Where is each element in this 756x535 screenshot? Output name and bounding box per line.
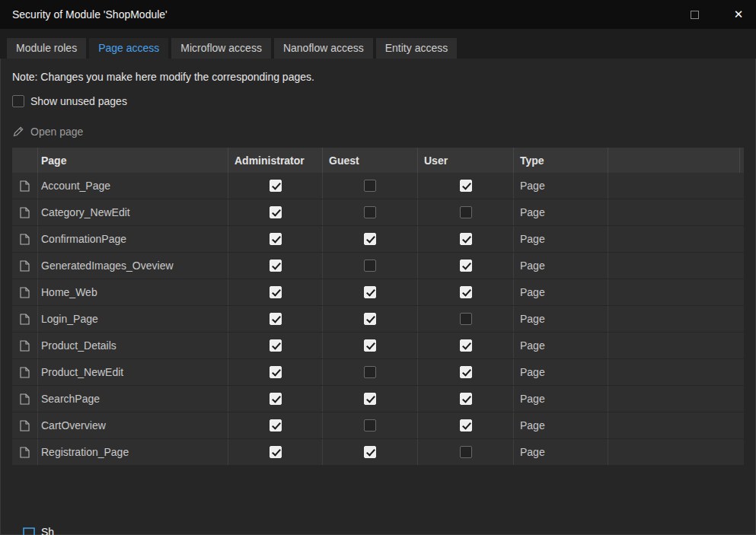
checkbox-icon [460, 233, 472, 245]
column-header-spacer [608, 148, 740, 173]
checkbox-icon [460, 180, 472, 192]
maximize-button[interactable] [677, 0, 712, 29]
table-row[interactable]: Category_NewEditPage [12, 199, 744, 226]
user-checkbox[interactable] [418, 226, 514, 252]
guest-checkbox[interactable] [323, 439, 418, 465]
column-header-type[interactable]: Type [514, 148, 608, 173]
page-type: Page [514, 199, 608, 225]
guest-checkbox[interactable] [323, 386, 418, 412]
guest-checkbox[interactable] [323, 333, 418, 358]
administrator-checkbox[interactable] [228, 333, 323, 358]
checkbox-icon [364, 233, 376, 245]
table-row[interactable]: Product_NewEditPage [12, 359, 744, 386]
checkbox-icon [364, 286, 376, 298]
close-button[interactable]: ✕ [721, 0, 756, 29]
column-header-guest[interactable]: Guest [323, 148, 418, 173]
table-row[interactable]: ConfirmationPagePage [12, 226, 744, 253]
checkbox-icon [364, 419, 376, 432]
page-name: SearchPage [38, 386, 228, 412]
administrator-checkbox[interactable] [228, 199, 323, 225]
administrator-checkbox[interactable] [228, 306, 323, 332]
user-checkbox[interactable] [418, 173, 514, 199]
page-icon [12, 386, 38, 412]
user-checkbox[interactable] [418, 439, 514, 465]
administrator-checkbox[interactable] [228, 226, 323, 252]
user-checkbox[interactable] [418, 386, 514, 412]
table-row[interactable]: Account_PagePage [12, 173, 744, 199]
checkbox-icon [12, 95, 24, 107]
checkbox-icon [460, 419, 472, 432]
user-checkbox[interactable] [418, 359, 514, 385]
guest-checkbox[interactable] [323, 279, 418, 305]
table-toolbar: Open page [12, 126, 744, 140]
guest-checkbox[interactable] [323, 412, 418, 438]
page-icon [12, 279, 38, 305]
guest-checkbox[interactable] [323, 253, 418, 279]
page-icon [12, 333, 38, 358]
checkbox-icon [460, 206, 472, 218]
show-unused-pages-label: Show unused pages [30, 95, 127, 107]
page-name: Category_NewEdit [38, 199, 228, 225]
checkbox-icon [364, 206, 376, 218]
maximize-icon [691, 11, 699, 19]
administrator-checkbox[interactable] [228, 279, 323, 305]
checkbox-icon [364, 313, 376, 325]
user-checkbox[interactable] [418, 199, 514, 225]
guest-checkbox[interactable] [323, 306, 418, 332]
tab-microflow-access[interactable]: Microflow access [171, 37, 272, 59]
table-row[interactable]: SearchPagePage [12, 386, 744, 412]
column-header-page[interactable]: Page [38, 148, 228, 173]
footer-partial: Sh [23, 526, 54, 535]
checkbox-icon [270, 339, 282, 352]
page-type: Page [514, 386, 608, 412]
guest-checkbox[interactable] [323, 199, 418, 225]
page-name: GeneratedImages_Oveview [38, 253, 228, 279]
administrator-checkbox[interactable] [228, 253, 323, 279]
checkbox-icon [270, 366, 282, 378]
guest-checkbox[interactable] [323, 226, 418, 252]
page-icon [12, 306, 38, 332]
open-page-button[interactable]: Open page [12, 126, 83, 138]
pencil-icon [12, 126, 24, 138]
page-type: Page [514, 253, 608, 279]
column-header-user[interactable]: User [418, 148, 514, 173]
tab-page-access[interactable]: Page access [88, 37, 169, 59]
page-name: ConfirmationPage [38, 226, 228, 252]
table-row[interactable]: Login_PagePage [12, 306, 744, 333]
page-blue-icon [23, 526, 35, 535]
checkbox-icon [460, 286, 472, 298]
tab-nanoflow-access[interactable]: Nanoflow access [273, 37, 374, 59]
user-checkbox[interactable] [418, 412, 514, 438]
administrator-checkbox[interactable] [228, 412, 323, 438]
checkbox-icon [270, 419, 282, 432]
table-row[interactable]: GeneratedImages_OveviewPage [12, 253, 744, 279]
page-name: Account_Page [38, 173, 228, 199]
administrator-checkbox[interactable] [228, 439, 323, 465]
page-name: CartOverview [38, 412, 228, 438]
user-checkbox[interactable] [418, 333, 514, 358]
page-icon [12, 199, 38, 225]
checkbox-icon [270, 446, 282, 458]
administrator-checkbox[interactable] [228, 173, 323, 199]
checkbox-icon [270, 180, 282, 192]
tab-module-roles[interactable]: Module roles [6, 37, 87, 59]
checkbox-icon [270, 233, 282, 245]
checkbox-icon [364, 180, 376, 192]
table-row[interactable]: Home_WebPage [12, 279, 744, 306]
column-header-administrator[interactable]: Administrator [228, 148, 323, 173]
administrator-checkbox[interactable] [228, 386, 323, 412]
user-checkbox[interactable] [418, 279, 514, 305]
table-row[interactable]: Product_DetailsPage [12, 333, 744, 359]
table-row[interactable]: CartOverviewPage [12, 412, 744, 439]
guest-checkbox[interactable] [323, 359, 418, 385]
administrator-checkbox[interactable] [228, 359, 323, 385]
user-checkbox[interactable] [418, 306, 514, 332]
tab-entity-access[interactable]: Entity access [375, 37, 458, 59]
page-name: Product_NewEdit [38, 359, 228, 385]
page-access-table: Page Administrator Guest User Type Accou… [12, 148, 744, 466]
checkbox-icon [270, 313, 282, 325]
table-row[interactable]: Registration_PagePage [12, 439, 744, 466]
show-unused-pages-checkbox[interactable]: Show unused pages [12, 95, 744, 107]
user-checkbox[interactable] [418, 253, 514, 279]
guest-checkbox[interactable] [323, 173, 418, 199]
